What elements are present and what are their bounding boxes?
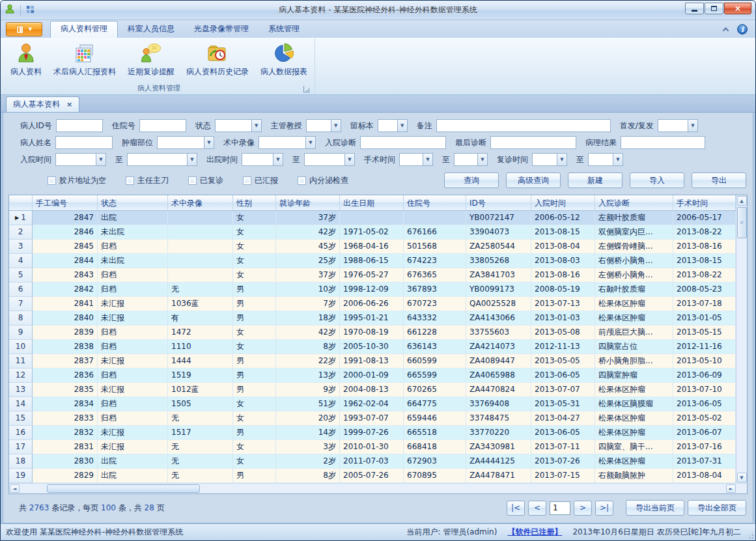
- column-header-admission-no[interactable]: 住院号: [404, 195, 466, 211]
- resize-grip-icon[interactable]: [747, 532, 753, 538]
- filter-patient-id-input[interactable]: [56, 119, 103, 132]
- dropdown-arrow-icon[interactable]: ▼: [613, 154, 623, 165]
- table-row[interactable]: 32845归档女45岁1968-04-16501568ZA25805442013…: [9, 240, 736, 254]
- filter-first-or-relapse-select[interactable]: ▼: [658, 119, 698, 132]
- column-header-birth-date[interactable]: 出生日期: [340, 195, 404, 211]
- ribbon-button-revisit-reminder[interactable]: 近期复诊提醒: [122, 38, 180, 78]
- dropdown-arrow-icon[interactable]: ▼: [305, 137, 315, 148]
- filter-remark-input[interactable]: [436, 119, 611, 132]
- maximize-button[interactable]: [705, 3, 723, 14]
- column-header-id-no[interactable]: ID号: [466, 195, 531, 211]
- table-row[interactable]: 82840未汇报有男18岁1995-01-21643332ZA414306620…: [9, 311, 736, 326]
- dropdown-arrow-icon[interactable]: ▼: [331, 120, 341, 132]
- dropdown-arrow-icon[interactable]: ▼: [557, 154, 567, 165]
- registered-link[interactable]: 【软件已注册】: [507, 527, 562, 538]
- table-row[interactable]: 102838归档1110女8岁2005-10-30636143ZA4214073…: [9, 340, 736, 354]
- collapse-ribbon-icon[interactable]: [723, 27, 729, 33]
- dropdown-arrow-icon[interactable]: ▼: [423, 154, 432, 165]
- table-row[interactable]: 142834归档1505女51岁1962-02-0466477533769408…: [9, 397, 736, 411]
- first-page-button[interactable]: |<: [507, 501, 525, 516]
- filter-final-diagnosis-input[interactable]: [490, 136, 576, 149]
- tab-patient-basic-info[interactable]: 病人基本资料 ×: [6, 96, 79, 112]
- filter-revisit-time-from-select[interactable]: ▼: [532, 153, 567, 166]
- checkbox-reported[interactable]: 已汇报: [243, 175, 278, 186]
- table-row[interactable]: 192829出院无男8岁2005-07-26670895ZA4478471201…: [9, 469, 736, 483]
- dropdown-arrow-icon[interactable]: ▼: [688, 120, 697, 132]
- ribbon-button-patient-history[interactable]: 病人资料历史记录: [180, 38, 255, 78]
- dropdown-arrow-icon[interactable]: ▼: [397, 120, 407, 132]
- import-button[interactable]: 导入: [630, 173, 684, 188]
- export-all-pages-button[interactable]: 导出全部页: [688, 500, 746, 516]
- application-menu-button[interactable]: ▼: [6, 22, 42, 36]
- tab-close-icon[interactable]: ×: [66, 101, 72, 108]
- prev-page-button[interactable]: <: [528, 501, 546, 516]
- column-header-intraop-video[interactable]: 术中录像: [168, 195, 233, 211]
- vertical-scroll-thumb[interactable]: ≡: [737, 207, 747, 238]
- scroll-down-icon[interactable]: ▼: [737, 473, 747, 482]
- column-header-manual-no[interactable]: 手工编号: [33, 195, 98, 211]
- filter-admission-time-to-select[interactable]: ▼: [127, 153, 197, 166]
- dropdown-arrow-icon[interactable]: ▼: [251, 120, 261, 132]
- info-icon[interactable]: i: [737, 24, 748, 35]
- filter-tumor-site-select[interactable]: ▼: [157, 136, 214, 149]
- horizontal-scrollbar[interactable]: ◄ ►: [9, 483, 747, 493]
- checkbox-revisited[interactable]: 已复诊: [188, 175, 223, 186]
- filter-surgery-time-to-select[interactable]: ▼: [454, 153, 488, 166]
- table-row[interactable]: 162832未汇报1517男14岁1999-07-266655183377022…: [9, 426, 736, 440]
- query-button[interactable]: 查询: [444, 173, 499, 188]
- quick-access-icon[interactable]: [26, 5, 35, 16]
- horizontal-scroll-thumb[interactable]: [47, 484, 200, 493]
- dropdown-arrow-icon[interactable]: ▼: [96, 154, 105, 165]
- ribbon-button-patient-report[interactable]: 病人数据报表: [255, 38, 313, 78]
- last-page-button[interactable]: >|: [595, 501, 613, 516]
- filter-admission-time-from-select[interactable]: ▼: [55, 153, 106, 166]
- page-number-input[interactable]: [550, 501, 570, 515]
- scroll-up-icon[interactable]: ▲: [737, 196, 747, 206]
- dropdown-arrow-icon[interactable]: ▼: [204, 137, 214, 148]
- ribbon-tab-dept-staff-info[interactable]: 科室人员信息: [118, 21, 184, 38]
- column-header-surgery-time[interactable]: 手术时间: [673, 195, 736, 211]
- filter-discharge-time-to-select[interactable]: ▼: [304, 153, 355, 166]
- filter-discharge-time-from-select[interactable]: ▼: [242, 153, 283, 166]
- filter-patient-name-input[interactable]: [55, 136, 113, 149]
- table-row[interactable]: 152833归档无女20岁1993-07-0765944633748475201…: [9, 411, 736, 426]
- dropdown-arrow-icon[interactable]: ▼: [344, 154, 354, 165]
- export-current-page-button[interactable]: 导出当前页: [626, 500, 684, 516]
- table-row[interactable]: 72841未汇报1036蓝男7岁2006-06-26670723QA002552…: [9, 297, 736, 311]
- checkbox-endocrine-exam[interactable]: 内分泌检查: [298, 175, 348, 186]
- next-page-button[interactable]: >: [574, 501, 592, 516]
- filter-revisit-time-to-select[interactable]: ▼: [588, 153, 623, 166]
- dropdown-arrow-icon[interactable]: ▼: [477, 154, 487, 165]
- table-row[interactable]: 132835未汇报1012蓝男9岁2004-08-13670265ZA44708…: [9, 383, 736, 397]
- ribbon-button-postop-report-data[interactable]: 术后病人汇报资料: [48, 38, 122, 78]
- scroll-left-icon[interactable]: ◄: [10, 484, 20, 493]
- column-header-visit-age[interactable]: 就诊年龄: [276, 195, 340, 211]
- ribbon-tab-disc-tape-mgmt[interactable]: 光盘录像带管理: [184, 21, 259, 38]
- table-row[interactable]: 52843归档女37岁1976-05-27676365ZA38417032013…: [9, 268, 736, 283]
- table-row[interactable]: 112837未汇报1444男22岁1991-08-13660599ZA40894…: [9, 354, 736, 368]
- table-row[interactable]: ▶12847出院女37岁YB00721472006-05-12左额叶胶质瘤200…: [9, 211, 736, 225]
- filter-admission-diagnosis-input[interactable]: [360, 136, 446, 149]
- scroll-right-icon[interactable]: ►: [726, 484, 736, 493]
- filter-surgery-time-from-select[interactable]: ▼: [399, 153, 433, 166]
- table-row[interactable]: 172831未汇报无女3岁2010-01-30668418ZA343098120…: [9, 440, 736, 454]
- table-row[interactable]: 22846未出院女42岁1971-05-02676166339040732013…: [9, 225, 736, 240]
- table-row[interactable]: 122836归档1519男13岁2000-01-09665599ZA406598…: [9, 368, 736, 383]
- dialog-launcher-icon[interactable]: [303, 86, 310, 92]
- table-row[interactable]: 92839归档1472女42岁1970-08-19661228337556032…: [9, 326, 736, 340]
- filter-pathology-result-input[interactable]: [621, 136, 705, 149]
- checkbox-director-surgeon[interactable]: 主任主刀: [126, 175, 169, 186]
- minimize-button[interactable]: [685, 3, 704, 14]
- column-header-admission-time[interactable]: 入院时间: [531, 195, 595, 211]
- export-button[interactable]: 导出: [692, 173, 746, 188]
- checkbox-film-address-empty[interactable]: 胶片地址为空: [48, 175, 106, 186]
- column-header-status[interactable]: 状态: [98, 195, 168, 211]
- dropdown-arrow-icon[interactable]: ▼: [187, 154, 197, 165]
- filter-specimen-select[interactable]: ▼: [378, 119, 408, 132]
- advanced-query-button[interactable]: 高级查询: [506, 173, 561, 188]
- table-row[interactable]: 62842归档无男10岁1998-12-09367893YB0099173200…: [9, 283, 736, 297]
- filter-status-select[interactable]: ▼: [215, 119, 262, 132]
- new-button[interactable]: 新建: [568, 173, 623, 188]
- ribbon-tab-system-mgmt[interactable]: 系统管理: [259, 21, 309, 38]
- vertical-scrollbar[interactable]: ▲ ≡ ▼: [736, 195, 747, 483]
